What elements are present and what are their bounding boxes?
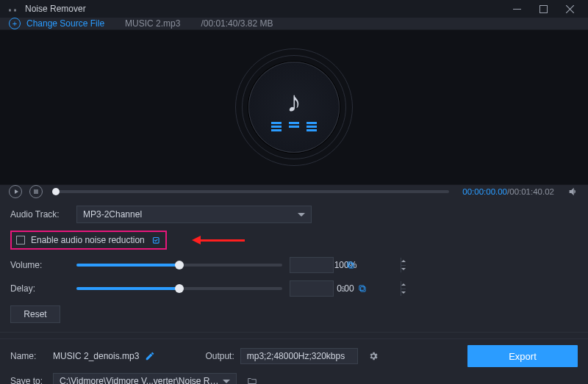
change-source-button[interactable]: + Change Source File: [9, 18, 104, 29]
delay-value-box: [290, 280, 334, 297]
svg-rect-6: [359, 286, 364, 290]
separator: [0, 332, 588, 333]
chevron-down-icon: [298, 213, 305, 217]
source-filename: MUSIC 2.mp3: [125, 18, 180, 29]
svg-rect-4: [348, 262, 352, 267]
delay-step-down[interactable]: [401, 289, 406, 297]
reset-label: Reset: [24, 309, 46, 319]
copy-settings-icon[interactable]: [151, 235, 161, 245]
audio-track-select[interactable]: MP3-2Channel: [76, 206, 312, 223]
svg-rect-5: [361, 287, 365, 291]
source-toolbar: + Change Source File MUSIC 2.mp3 /00:01:…: [0, 18, 588, 30]
stop-icon: [34, 189, 38, 194]
output-format-box: mp3;2;48000Hz;320kbps: [240, 348, 358, 364]
volume-value-box: [290, 257, 334, 273]
output-value: mp3;2;48000Hz;320kbps: [247, 351, 345, 361]
delay-thumb[interactable]: [175, 284, 184, 293]
open-folder-icon[interactable]: [247, 376, 257, 384]
window-title: Noise Remover: [25, 4, 86, 14]
preview-area: ♪: [0, 30, 588, 184]
maximize-button[interactable]: [531, 0, 556, 18]
seek-thumb[interactable]: [52, 188, 60, 195]
delay-step-up[interactable]: [401, 281, 406, 289]
titlebar: Noise Remover: [0, 0, 588, 18]
playback-bar: 00:00:00.00 / 00:01:40.02: [0, 184, 588, 198]
noise-reduction-label: Enable audio noise reduction: [31, 235, 145, 245]
delay-input[interactable]: [290, 281, 401, 296]
name-value: MUSIC 2_denois.mp3: [53, 351, 139, 361]
reset-button[interactable]: Reset: [10, 305, 60, 323]
export-button[interactable]: Export: [467, 345, 578, 367]
play-button[interactable]: [9, 185, 22, 198]
app-window: Noise Remover + Change Source File MUSIC…: [0, 0, 588, 384]
total-time: 00:01:40.02: [509, 187, 554, 196]
saveto-value: C:\Vidmore\Vidmore V...verter\Noise Remo…: [60, 376, 223, 384]
delay-label: Delay:: [10, 283, 69, 294]
noise-reduction-checkbox[interactable]: [16, 236, 25, 244]
minimize-button[interactable]: [504, 0, 529, 18]
annotation-arrow: [192, 236, 245, 244]
volume-step-down[interactable]: [401, 266, 406, 273]
name-label: Name:: [10, 351, 47, 361]
svg-rect-1: [539, 5, 547, 12]
delay-row: Delay: s: [10, 280, 578, 297]
volume-slider[interactable]: [76, 259, 282, 271]
delay-unit: s: [341, 283, 345, 294]
music-note-icon: ♪: [287, 87, 301, 116]
svg-rect-0: [513, 9, 521, 10]
export-label: Export: [509, 351, 537, 362]
close-button[interactable]: [557, 0, 582, 18]
stop-button[interactable]: [29, 185, 43, 198]
noise-reduction-row: Enable audio noise reduction: [10, 231, 578, 250]
apply-all-icon[interactable]: [357, 283, 368, 294]
current-time: 00:00:00.00: [462, 187, 507, 196]
save-to-row: Save to: C:\Vidmore\Vidmore V...verter\N…: [10, 373, 578, 384]
saveto-select[interactable]: C:\Vidmore\Vidmore V...verter\Noise Remo…: [53, 373, 237, 384]
svg-rect-3: [349, 264, 354, 268]
chevron-down-icon: [223, 380, 230, 383]
seek-slider[interactable]: [56, 190, 449, 193]
play-icon: [15, 189, 18, 194]
timecode: 00:00:00.00 / 00:01:40.02: [462, 187, 554, 196]
saveto-label: Save to:: [10, 376, 47, 384]
change-source-label: Change Source File: [26, 18, 104, 29]
audio-track-row: Audio Track: MP3-2Channel: [10, 206, 578, 223]
app-logo-icon: [6, 2, 19, 15]
controls-panel: Audio Track: MP3-2Channel Enable audio n…: [0, 198, 588, 338]
delay-slider[interactable]: [76, 283, 282, 294]
audio-track-label: Audio Track:: [10, 209, 69, 220]
window-controls: [504, 0, 582, 18]
plus-icon: +: [9, 18, 21, 29]
volume-row: Volume:: [10, 257, 578, 273]
output-label: Output:: [205, 351, 234, 361]
apply-all-icon[interactable]: [345, 260, 356, 270]
audio-track-value: MP3-2Channel: [83, 209, 142, 220]
output-name-row: Name: MUSIC 2_denois.mp3 Output: mp3;2;4…: [10, 345, 578, 367]
volume-thumb[interactable]: [175, 261, 184, 269]
edit-name-icon[interactable]: [145, 351, 155, 361]
noise-reduction-highlight: Enable audio noise reduction: [10, 231, 167, 250]
volume-label: Volume:: [10, 260, 69, 270]
audio-disc-graphic: ♪: [235, 48, 353, 166]
volume-icon[interactable]: [567, 186, 579, 198]
source-meta: /00:01:40/3.82 MB: [201, 18, 273, 29]
output-settings-icon[interactable]: [368, 351, 379, 361]
volume-step-up[interactable]: [401, 258, 406, 266]
footer: Name: MUSIC 2_denois.mp3 Output: mp3;2;4…: [0, 338, 588, 384]
